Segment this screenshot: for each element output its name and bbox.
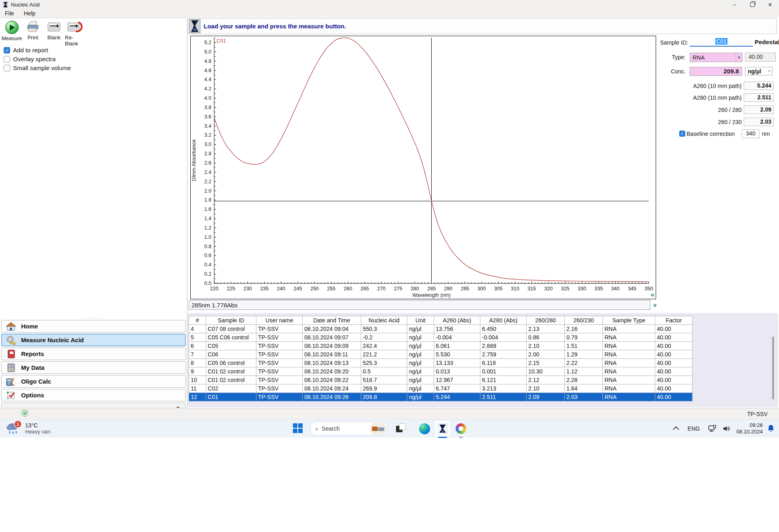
volume-icon[interactable] <box>723 425 731 432</box>
table-cell[interactable]: 08.10.2024 09:24 <box>303 384 361 393</box>
table-cell[interactable]: 550.3 <box>361 325 407 333</box>
table-cell[interactable]: 08.10.2024 09:09 <box>303 342 361 350</box>
table-header-cell[interactable]: Date and Time <box>303 316 361 325</box>
table-cell[interactable]: ng/µl <box>407 376 434 384</box>
table-cell[interactable]: 2.511 <box>480 393 527 401</box>
table-cell[interactable]: 1.12 <box>565 367 603 376</box>
measure-button[interactable]: Measure <box>2 21 22 47</box>
table-cell[interactable]: 242.4 <box>361 342 407 350</box>
table-cell[interactable]: 209.8 <box>361 393 407 401</box>
add-to-report-checkbox[interactable]: ✓ Add to report <box>4 47 48 54</box>
table-cell[interactable]: 1.29 <box>565 350 603 359</box>
print-button[interactable]: Print <box>23 21 43 47</box>
language-indicator[interactable]: ENG <box>688 425 700 432</box>
table-cell[interactable]: ng/µl <box>407 333 434 342</box>
sidebar-item-reports[interactable]: Reports <box>1 348 186 360</box>
table-cell[interactable]: 1.51 <box>565 342 603 350</box>
table-cell[interactable]: ng/µl <box>407 367 434 376</box>
overlay-spectra-checkbox[interactable]: Overlay spectra <box>4 56 56 62</box>
table-cell[interactable]: -0.004 <box>434 333 480 342</box>
table-cell[interactable]: TP-SSV <box>256 333 303 342</box>
unit-dropdown[interactable]: ng/µl ˅ <box>745 67 773 75</box>
table-cell[interactable]: C07 08 control <box>206 325 256 333</box>
table-cell[interactable]: TP-SSV <box>256 325 303 333</box>
table-cell[interactable]: RNA <box>603 342 655 350</box>
table-cell[interactable]: 5.244 <box>434 393 480 401</box>
table-cell[interactable]: 6 <box>189 342 206 350</box>
table-cell[interactable]: 40.00 <box>655 376 693 384</box>
table-cell[interactable]: 08.10.2024 09:26 <box>303 393 361 401</box>
table-cell[interactable]: 525.3 <box>361 359 407 367</box>
table-cell[interactable]: 2.889 <box>480 342 527 350</box>
table-cell[interactable]: 2.28 <box>565 376 603 384</box>
table-cell[interactable]: 08.10.2024 09:07 <box>303 333 361 342</box>
small-sample-volume-checkbox[interactable]: Small sample volume <box>4 64 71 71</box>
table-cell[interactable]: 7 <box>189 350 206 359</box>
table-cell[interactable]: 3.213 <box>480 384 527 393</box>
table-header-cell[interactable]: Nucleic Acid <box>361 316 407 325</box>
table-header-cell[interactable]: 260/230 <box>565 316 603 325</box>
minimize-button[interactable]: – <box>725 0 743 9</box>
taskbar-search[interactable]: ⌕ Search <box>310 422 388 435</box>
table-cell[interactable]: 2.13 <box>527 325 565 333</box>
table-cell[interactable]: C06 <box>206 350 256 359</box>
table-cell[interactable]: -0.004 <box>480 333 527 342</box>
table-cell[interactable]: C02 <box>206 384 256 393</box>
table-cell[interactable]: 6.118 <box>480 359 527 367</box>
table-cell[interactable]: 6.061 <box>434 342 480 350</box>
table-cell[interactable]: 40.00 <box>655 384 693 393</box>
table-header-cell[interactable]: Factor <box>655 316 693 325</box>
table-cell[interactable]: 08.10.2024 09:20 <box>303 367 361 376</box>
task-view-button[interactable] <box>395 423 406 434</box>
table-row[interactable]: 6C05TP-SSV08.10.2024 09:09242.4ng/µl6.06… <box>189 342 693 350</box>
weather-widget[interactable]: 1 13°C Heavy rain <box>5 421 50 435</box>
table-cell[interactable]: TP-SSV <box>256 342 303 350</box>
table-cell[interactable]: 40.00 <box>655 333 693 342</box>
edge-browser-button[interactable] <box>416 420 433 437</box>
restore-button[interactable] <box>743 0 761 9</box>
table-cell[interactable]: 2.759 <box>480 350 527 359</box>
table-cell[interactable]: 40.00 <box>655 325 693 333</box>
table-cell[interactable]: 2.16 <box>565 325 603 333</box>
table-cell[interactable]: 2.12 <box>527 376 565 384</box>
table-cell[interactable]: 12.967 <box>434 376 480 384</box>
table-cell[interactable]: RNA <box>603 359 655 367</box>
table-row[interactable]: 10C01 02 controlTP-SSV08.10.2024 09:2251… <box>189 376 693 384</box>
table-header-cell[interactable]: Sample ID <box>206 316 256 325</box>
table-cell[interactable]: 0.5 <box>361 367 407 376</box>
nucleic-acid-app-button[interactable] <box>434 420 451 437</box>
table-cell[interactable]: 9 <box>189 367 206 376</box>
sidebar-item-options[interactable]: Options <box>1 389 186 401</box>
paint-app-button[interactable] <box>453 420 469 437</box>
table-cell[interactable]: 2.10 <box>527 342 565 350</box>
table-cell[interactable]: 1.64 <box>565 384 603 393</box>
table-cell[interactable]: ng/µl <box>407 325 434 333</box>
tray-chevron-up-icon[interactable] <box>673 426 679 433</box>
table-cell[interactable]: 0.013 <box>434 367 480 376</box>
table-cell[interactable]: TP-SSV <box>256 367 303 376</box>
table-row[interactable]: 4C07 08 controlTP-SSV08.10.2024 09:04550… <box>189 325 693 333</box>
baseline-correction-checkbox[interactable]: ✓ <box>679 131 685 137</box>
table-cell[interactable]: 13.756 <box>434 325 480 333</box>
table-cell[interactable]: 13.133 <box>434 359 480 367</box>
close-button[interactable]: ✕ <box>761 0 779 9</box>
spectrum-plot[interactable]: 2202252302352402452502552602652702752802… <box>191 36 656 299</box>
chart-collapse-button[interactable]: « <box>651 292 654 298</box>
table-header-cell[interactable]: Unit <box>407 316 434 325</box>
table-cell[interactable]: 11 <box>189 384 206 393</box>
baseline-wavelength-field[interactable]: 340 <box>742 129 760 138</box>
table-cell[interactable]: 6.121 <box>480 376 527 384</box>
table-cell[interactable]: 40.00 <box>655 367 693 376</box>
table-cell[interactable]: 40.00 <box>655 342 693 350</box>
table-cell[interactable]: ng/µl <box>407 393 434 401</box>
table-cell[interactable]: 5 <box>189 333 206 342</box>
table-cell[interactable]: 08.10.2024 09:22 <box>303 376 361 384</box>
table-cell[interactable]: RNA <box>603 376 655 384</box>
table-cell[interactable]: 08.10.2024 09:13 <box>303 359 361 367</box>
table-cell[interactable]: 6.747 <box>434 384 480 393</box>
table-row[interactable]: 12C01TP-SSV08.10.2024 09:26209.8ng/µl5.2… <box>189 393 693 401</box>
table-header-cell[interactable]: User name <box>256 316 303 325</box>
menu-file[interactable]: File <box>0 9 19 18</box>
table-cell[interactable]: 2.03 <box>565 393 603 401</box>
table-expand-button[interactable]: » <box>652 300 658 311</box>
